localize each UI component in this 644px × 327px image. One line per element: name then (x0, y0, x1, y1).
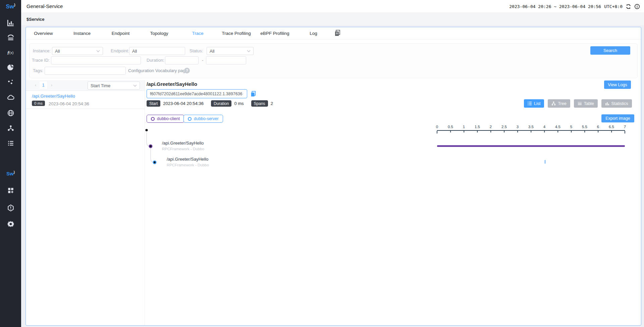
page-title: General-Service (26, 3, 63, 9)
chevron-down-icon (243, 93, 244, 95)
legend-label: dubbo-client (157, 116, 180, 121)
server-span-dot[interactable] (153, 161, 156, 164)
chevron-down-icon (96, 50, 100, 52)
globe-icon (7, 109, 14, 117)
sidebar-item-cloud[interactable] (7, 94, 14, 101)
page-next-button[interactable]: › (49, 83, 54, 88)
trace-item-endpoint[interactable]: /api.Greeter/SayHello (32, 94, 75, 99)
span-component: RPCFramework - Dubbo (162, 147, 204, 151)
sidebar-item-alerting[interactable] (7, 204, 14, 212)
info-icon[interactable] (634, 4, 640, 9)
span-component: RPCFramework - Dubbo (167, 163, 209, 167)
endpoint-filter-label: Endpoint: (111, 47, 129, 55)
layers-icon (7, 34, 14, 41)
trace-id-input[interactable] (51, 56, 141, 64)
skywalking-app: Sw) f(x) Sw) (0, 0, 644, 327)
span-bar-server[interactable] (545, 160, 545, 164)
skywalking-logo: Sw) (0, 3, 21, 10)
sidebar-item-globe[interactable] (7, 109, 14, 117)
sidebar-item-pie-chart[interactable] (7, 64, 14, 71)
svg-text:(x): (x) (9, 51, 13, 55)
sidebar-item-scatter[interactable] (7, 78, 14, 86)
refresh-icon[interactable] (626, 4, 631, 9)
duration-from-input[interactable] (165, 56, 199, 64)
trace-id-value: f607fd7202d611ee9de7acde48001122.1.38976… (150, 92, 243, 96)
root-span-dot[interactable] (145, 129, 148, 131)
status-filter-label: Status: (190, 47, 203, 55)
status-select[interactable]: All (207, 47, 254, 55)
instance-select-value: All (55, 49, 60, 54)
bar-chart-icon (7, 19, 14, 26)
legend-label: dubbo-server (194, 116, 219, 121)
legend-dubbo-server[interactable]: dubbo-server (183, 115, 223, 123)
tab-overview[interactable]: Overview (24, 31, 63, 36)
sort-select[interactable]: Start Time (88, 81, 140, 90)
sidebar-item-bar-chart[interactable] (7, 19, 14, 26)
trace-title: /api.Greeter/SayHello (147, 81, 197, 87)
tags-label: Tags: (33, 67, 43, 75)
gear-icon (7, 220, 14, 228)
sidebar-item-layers[interactable] (7, 34, 14, 41)
spans-badge: Spans (251, 100, 268, 107)
vocabulary-link[interactable]: Configuration Vocabulary page (128, 68, 188, 73)
duration-to-input[interactable] (206, 56, 246, 64)
spans-value: 2 (271, 101, 273, 106)
sidebar-item-topology[interactable] (7, 124, 14, 132)
duration-badge: Duration (211, 100, 231, 107)
sidebar-item-dashboards[interactable] (7, 187, 14, 194)
trace-meta-row: Start 2023-06-04 20:54:36 Duration 0 ms … (147, 100, 278, 107)
start-value: 2023-06-04 20:54:36 (163, 101, 204, 106)
span-endpoint[interactable]: /api.Greeter/SayHello (167, 157, 208, 162)
trace-item-start-time: 2023-06-04 20:54:36 (49, 101, 89, 106)
trace-item-duration-badge: 0 ms (32, 101, 45, 106)
duration-label: Duration: (147, 56, 164, 64)
cloud-icon (7, 94, 14, 101)
alert-hexagon-icon (7, 204, 14, 212)
status-select-value: All (210, 49, 214, 54)
tab-trace[interactable]: Trace (178, 31, 217, 36)
sidebar-item-list[interactable] (7, 140, 14, 147)
list-icon (7, 140, 14, 147)
copy-tab-icon[interactable] (334, 30, 341, 37)
topology-icon (7, 124, 14, 132)
tags-input[interactable] (45, 67, 126, 75)
sidebar-item-skywalking[interactable]: Sw) (0, 170, 21, 176)
span-bar-client[interactable] (437, 145, 625, 147)
tab-instance[interactable]: Instance (63, 31, 101, 36)
service-label: $Service (26, 17, 45, 22)
instance-select[interactable]: All (52, 47, 103, 55)
tab-log[interactable]: Log (294, 31, 333, 36)
sidebar-item-functions[interactable]: f(x) (7, 49, 14, 56)
logo-arc-icon: ) (14, 170, 15, 174)
trace-id-select[interactable]: f607fd7202d611ee9de7acde48001122.1.38976… (147, 89, 247, 98)
span-endpoint[interactable]: /api.Greeter/SayHello (162, 141, 204, 146)
tab-trace-profiling[interactable]: Trace Profiling (217, 31, 256, 36)
grid-plus-icon (7, 187, 14, 194)
page-number[interactable]: 1 (40, 81, 47, 89)
chevron-down-icon (133, 85, 137, 87)
trace-id-label: Trace ID: (32, 56, 50, 64)
instance-filter-label: Instance: (33, 47, 51, 55)
tab-ebpf-profiling[interactable]: eBPF Profiling (256, 31, 294, 36)
duration-separator: - (202, 56, 203, 64)
scatter-dots-icon (7, 78, 14, 86)
legend-dubbo-client[interactable]: dubbo-client (147, 115, 184, 123)
tab-bar: Overview Instance Endpoint Topology Trac… (24, 27, 333, 40)
sidebar-item-settings[interactable] (7, 220, 14, 228)
tab-endpoint[interactable]: Endpoint (101, 31, 140, 36)
endpoint-input[interactable] (129, 47, 185, 55)
sort-select-value: Start Time (91, 83, 110, 88)
circle-icon (188, 117, 192, 121)
copy-trace-id-icon[interactable] (250, 91, 256, 97)
span-bars (437, 0, 626, 327)
chevron-down-icon (247, 50, 251, 52)
circle-icon (151, 117, 155, 121)
help-icon[interactable]: ? (184, 68, 190, 73)
list-divider (26, 109, 145, 109)
client-span-dot[interactable] (149, 145, 152, 148)
tab-topology[interactable]: Topology (140, 31, 178, 36)
function-icon: f(x) (7, 49, 14, 56)
page-prev-button[interactable]: ‹ (33, 83, 38, 88)
sidebar: Sw) f(x) Sw) (0, 0, 21, 327)
span-tree-connector (144, 128, 164, 165)
